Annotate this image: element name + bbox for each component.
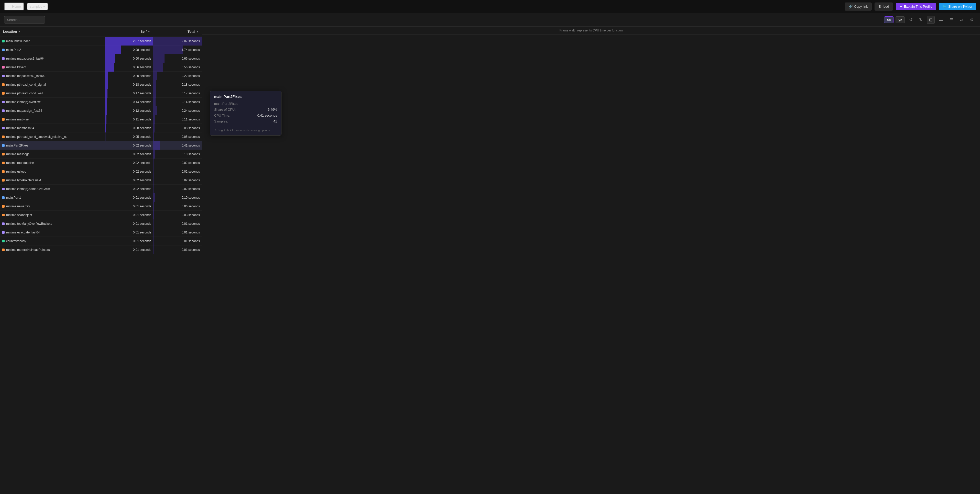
embed-label: Embed [878,5,889,8]
cell-location: runtime.tooManyOverflowBuckets [0,222,105,226]
home-button[interactable]: ← Home [4,3,24,11]
total-value: 0.10 seconds [182,152,200,156]
total-value: 0.01 seconds [182,239,200,243]
embed-button[interactable]: Embed [875,3,893,11]
total-bar [153,124,154,132]
twitter-button[interactable]: 🐦 Share on Twitter [939,3,976,10]
redo-button[interactable]: ↻ [917,16,925,24]
table-row[interactable]: runtime.memclrNoHeapPointers0.01 seconds… [0,245,202,254]
col-location-header[interactable]: Location ▼ [0,30,105,33]
cell-location: main.Part1 [0,196,105,199]
self-bar-cell: 2.87 seconds [105,37,153,46]
tooltip-samples-value: 41 [274,119,277,123]
table-row[interactable]: runtime.(*hmap).sameSizeGrow0.02 seconds… [0,184,202,193]
self-bar [105,176,105,184]
self-bar [105,124,106,132]
tooltip-cpu-value: 0.41 seconds [258,114,277,118]
toolbar: ab yz ↺ ↻ ⊞ ▬ ☰ ⇌ ⚙ [0,13,980,27]
self-bar-cell: 0.01 seconds [105,202,153,211]
self-value: 0.02 seconds [133,178,151,182]
table-row[interactable]: runtime.pthread_cond_signal0.18 seconds0… [0,80,202,89]
total-bar-cell: 0.10 seconds [153,193,202,202]
total-bar [153,245,154,254]
total-bar [153,115,155,124]
total-bar [153,211,154,219]
table-row[interactable]: runtime.mapassign_fast640.12 seconds0.24… [0,106,202,115]
cell-location: runtime.newarray [0,205,105,208]
total-value: 0.01 seconds [182,222,200,226]
self-bar [105,46,121,54]
sparkle-icon: ✦ [900,5,902,8]
tooltip-share-value: 6.49% [268,108,277,111]
col-self-header[interactable]: Self ▼ [105,30,153,33]
settings-button[interactable]: ⚙ [968,16,976,24]
ab-button[interactable]: ab [884,16,894,23]
undo-button[interactable]: ↺ [907,16,915,24]
color-indicator [2,83,5,86]
color-indicator [2,222,5,225]
color-indicator [2,40,5,43]
color-indicator [2,118,5,121]
copy-link-button[interactable]: 🔗 Copy link [845,3,872,11]
color-indicator [2,196,5,199]
self-value: 0.17 seconds [133,92,151,95]
samples-dropdown[interactable]: samples ▾ [27,3,48,10]
table-row[interactable]: runtime.usleep0.02 seconds0.02 seconds [0,167,202,176]
yz-button[interactable]: yz [896,16,905,23]
self-value: 0.02 seconds [133,170,151,173]
total-value: 0.10 seconds [182,196,200,199]
color-indicator [2,57,5,60]
self-bar [105,80,108,89]
table-row[interactable]: runtime.(*bmap).overflow0.14 seconds0.14… [0,98,202,106]
table-row[interactable]: runtime.roundupsize0.02 seconds0.02 seco… [0,159,202,167]
table-row[interactable]: runtime.mapaccess2_fast640.20 seconds0.2… [0,71,202,80]
self-bar-cell: 0.18 seconds [105,80,153,89]
self-value: 0.02 seconds [133,144,151,147]
total-bar-cell: 0.14 seconds [153,98,202,106]
table-row[interactable]: runtime.madvise0.11 seconds0.11 seconds [0,115,202,124]
total-bar [153,193,155,202]
self-bar-cell: 0.11 seconds [105,115,153,124]
col-total-header[interactable]: Total ▼ [153,30,202,33]
table-row[interactable]: countbytebody0.01 seconds0.01 seconds [0,237,202,245]
search-input[interactable] [4,16,45,24]
table-row[interactable]: runtime.kevent0.56 seconds0.56 seconds [0,63,202,71]
total-bar [153,54,164,63]
table-row[interactable]: main.Part10.01 seconds0.10 seconds [0,193,202,202]
self-bar [105,89,107,98]
table-row[interactable]: runtime.newarray0.01 seconds0.06 seconds [0,202,202,211]
table-row[interactable]: runtime.pthread_cond_wait0.17 seconds0.1… [0,89,202,98]
self-bar [105,184,105,193]
color-indicator [2,153,5,156]
table-row[interactable]: main.Part2Fixes0.02 seconds0.41 seconds [0,141,202,150]
cell-location: runtime.memhash64 [0,126,105,130]
cell-location: runtime.mapassign_fast64 [0,109,105,113]
table-row[interactable]: main.Part20.98 seconds1.74 seconds [0,46,202,54]
color-indicator [2,101,5,103]
color-indicator [2,110,5,112]
total-bar [153,98,156,106]
table-row[interactable]: runtime.mallocgc0.02 seconds0.10 seconds [0,150,202,159]
table-row[interactable]: main.indexFinder2.87 seconds2.87 seconds [0,37,202,46]
table-row[interactable]: runtime.scanobject0.01 seconds0.03 secon… [0,211,202,219]
table-row[interactable]: runtime.pthread_cond_timedwait_relative_… [0,132,202,141]
explain-button[interactable]: ✦ Explain This Profile [896,3,936,10]
table-row[interactable]: runtime.mapaccess1_fast640.60 seconds0.6… [0,54,202,63]
total-bar-cell: 0.02 seconds [153,167,202,176]
table-row[interactable]: runtime.tooManyOverflowBuckets0.01 secon… [0,219,202,228]
flamegraph-view-button[interactable]: ▬ [937,16,945,24]
color-indicator [2,170,5,173]
self-bar-cell: 0.20 seconds [105,71,153,80]
sandwich-view-button[interactable]: ☰ [948,16,956,24]
flamegraph-container[interactable]: main.Part2Fixes main.Part2Fixes Share of… [202,35,980,493]
total-bar-cell: 0.05 seconds [153,132,202,141]
function-name: runtime.(*hmap).sameSizeGrow [6,187,50,191]
self-bar-cell: 0.01 seconds [105,228,153,237]
table-row[interactable]: runtime.evacuate_fast640.01 seconds0.01 … [0,228,202,237]
total-value: 2.87 seconds [182,40,200,43]
table-row[interactable]: runtime.memhash640.08 seconds0.08 second… [0,124,202,132]
table-view-button[interactable]: ⊞ [927,16,935,24]
table-row[interactable]: runtime.typePointers.next0.02 seconds0.0… [0,176,202,184]
self-bar-cell: 0.08 seconds [105,124,153,132]
comparison-button[interactable]: ⇌ [958,16,966,24]
